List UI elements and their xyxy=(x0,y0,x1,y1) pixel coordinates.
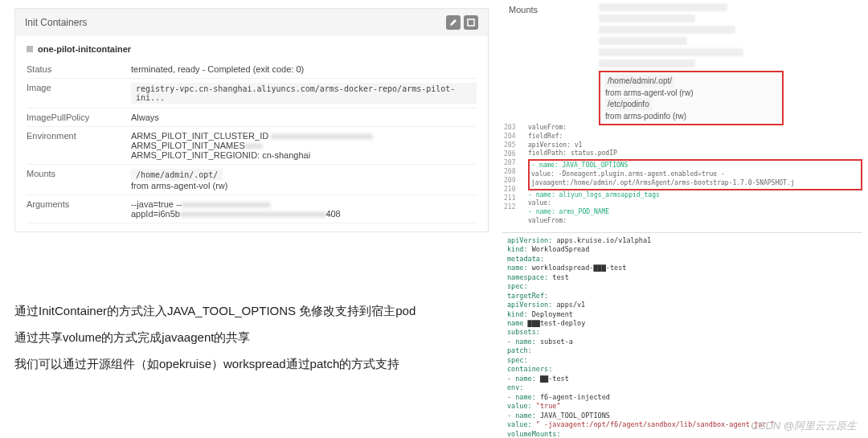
mount-path-1: /home/admin/.opt/ xyxy=(605,75,674,88)
code-l3: apiVersion: v1 xyxy=(528,141,862,150)
image-label: Image xyxy=(27,83,131,104)
args-row: Arguments --java=true --xxxxxxxxxxxxxxxx… xyxy=(27,195,477,223)
mounts-label: Mounts xyxy=(27,169,131,190)
env-1-blur: xxxxxxxxxxxxxxxxxxxxxxx xyxy=(271,131,373,141)
args-2: appId=i6n5b xyxy=(131,209,180,219)
description-text: 通过InitContainer的方式注入JAVA_TOOL_OPTIONS 免修… xyxy=(14,297,416,377)
edit-icon[interactable] xyxy=(446,15,461,30)
line-gutter: 203204205206207208209210211212 xyxy=(504,124,515,212)
args-2-tail: 408 xyxy=(326,209,340,219)
mount-from-1: from arms-agent-vol (rw) xyxy=(605,88,777,99)
status-row: Status terminated, ready - Completed (ex… xyxy=(27,60,477,79)
right-mounts-area: Mounts /home/admin/.opt/ from arms-agent… xyxy=(502,0,862,121)
init-containers-panel: Init Containers one-pilot-initcontainer … xyxy=(14,8,489,232)
desc-line-1: 通过InitContainer的方式注入JAVA_TOOL_OPTIONS 免修… xyxy=(14,297,416,324)
status-value: terminated, ready - Completed (exit code… xyxy=(131,64,477,74)
env-1: ARMS_PILOT_INIT_CLUSTER_ID xyxy=(131,131,268,141)
code-l8: valueFrom: xyxy=(528,217,862,226)
mount-from-2: from arms-podinfo (rw) xyxy=(605,111,777,122)
header-actions xyxy=(446,15,478,30)
image-value: registry-vpc.cn-shanghai.aliyuncs.com/ar… xyxy=(131,83,477,104)
container-name: one-pilot-initcontainer xyxy=(38,44,131,54)
watermark: CSDN @阿里云云原生 xyxy=(751,419,857,433)
java-tool-options-highlight: - name: JAVA_TOOL_OPTIONS value: -Doneag… xyxy=(528,159,862,190)
mounts-row: Mounts /home/admin/.opt/ from arms-agent… xyxy=(27,165,477,195)
pullpolicy-label: ImagePullPolicy xyxy=(27,113,131,122)
env-code-snippet: 203204205206207208209210211212 valueFrom… xyxy=(502,124,862,226)
container-name-row: one-pilot-initcontainer xyxy=(27,44,477,54)
args-label: Arguments xyxy=(27,199,131,219)
mounts-highlight-box: /home/admin/.opt/ from arms-agent-vol (r… xyxy=(599,71,784,125)
code-l2: fieldRef: xyxy=(528,133,862,141)
mount-path-2: /etc/podinfo xyxy=(605,98,652,111)
args-1: --java=true -- xyxy=(131,199,182,209)
env-2-blur: xxxx xyxy=(245,141,263,150)
panel-header: Init Containers xyxy=(15,9,488,36)
expand-icon[interactable] xyxy=(464,15,478,30)
env-2: ARMS_PILOT_INIT_NAMES xyxy=(131,141,245,150)
pullpolicy-row: ImagePullPolicy Always xyxy=(27,108,477,127)
right-mounts-label: Mounts xyxy=(509,5,538,14)
code-l6: value: xyxy=(528,199,862,208)
svg-rect-0 xyxy=(468,19,474,26)
pullpolicy-value: Always xyxy=(131,113,477,122)
code-red2: value: -Doneagent.plugin.arms-agent.enab… xyxy=(531,170,859,188)
code-l4: fieldPath: status.podIP xyxy=(528,149,862,158)
mounts-path: /home/admin/.opt/ xyxy=(131,169,223,181)
code-l7: - name: arms_POD_NAME xyxy=(528,208,862,217)
status-square-icon xyxy=(27,46,33,52)
code-red1: - name: JAVA_TOOL_OPTIONS xyxy=(531,162,859,170)
env-label: Environment xyxy=(27,131,131,160)
panel-title: Init Containers xyxy=(25,17,87,28)
code-l1: valueFrom: xyxy=(528,124,862,133)
args-2-blur: xxxxxxxxxxxxxxxxxxxxxxxxxxxxxxxxx xyxy=(180,209,326,219)
mounts-from: from arms-agent-vol (rw) xyxy=(131,181,477,190)
workloadspread-yaml: apiVersion: apps.kruise.io/v1alpha1 kind… xyxy=(502,232,862,438)
desc-line-3: 我们可以通过开源组件（如opekruise）workspread通过patch的… xyxy=(14,350,416,377)
env-row: Environment ARMS_PILOT_INIT_CLUSTER_ID x… xyxy=(27,127,477,165)
code-l5: - name: aliyun_logs_armsappid_tags xyxy=(528,191,862,200)
env-3: ARMS_PILOT_INIT_REGIONID: cn-shanghai xyxy=(131,150,477,160)
desc-line-2: 通过共享volume的方式完成javaagent的共享 xyxy=(14,324,416,350)
args-1-blur: xxxxxxxxxxxxxxxxxxxx xyxy=(182,199,270,209)
blurred-mounts xyxy=(599,3,808,68)
image-row: Image registry-vpc.cn-shanghai.aliyuncs.… xyxy=(27,79,477,108)
status-label: Status xyxy=(27,64,131,74)
